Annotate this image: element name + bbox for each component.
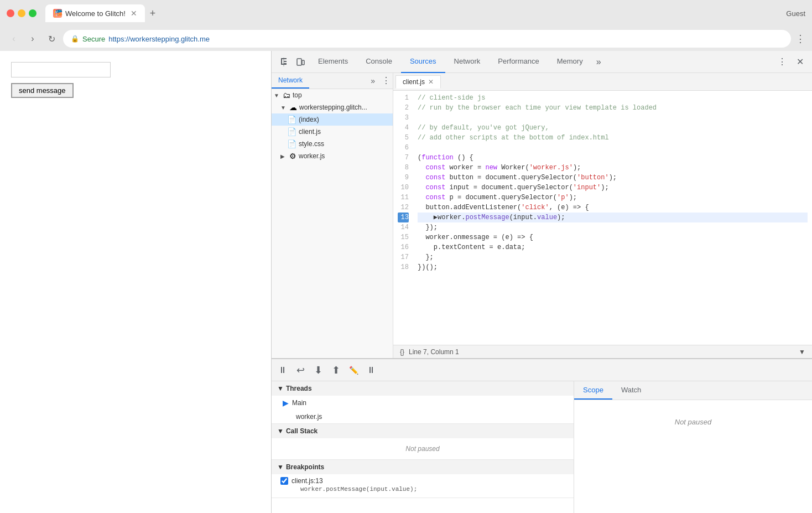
callstack-content: Not paused	[272, 438, 574, 459]
line-number-18: 18	[398, 262, 409, 272]
code-line-14: });	[418, 222, 808, 232]
code-line-13: ▶worker.postMessage(input.value);	[418, 213, 808, 222]
device-toggle-icon[interactable]	[293, 54, 308, 70]
step-over-button[interactable]: ↩	[294, 364, 307, 377]
reload-button[interactable]: ↻	[44, 32, 59, 46]
tab-performance[interactable]: Performance	[489, 51, 548, 73]
devtools-lower: ⏸ ↩ ⬇ ⬆ ✏️ ⏸ ▼ Threads	[272, 358, 812, 513]
tree-label-workerstepping: workerstepping.glitch...	[299, 103, 367, 111]
js-file-icon: 📄	[287, 127, 296, 136]
more-tabs-button[interactable]: »	[592, 57, 606, 67]
breakpoint-code: worker.postMessage(input.value);	[280, 485, 565, 495]
line-number-16: 16	[398, 242, 409, 252]
sidebar-options-button[interactable]: ⋮	[382, 75, 391, 86]
callstack-arrow: ▼	[277, 427, 284, 435]
line-number-1: 1	[398, 93, 409, 103]
sidebar-more-button[interactable]: »	[366, 73, 379, 89]
threads-section-header[interactable]: ▼ Threads	[272, 381, 574, 396]
html-file-icon: 📄	[287, 115, 296, 124]
debug-right-panel: Scope Watch Not paused	[574, 381, 812, 513]
secure-text: Secure	[82, 35, 105, 43]
tree-arrow-workerjs: ▶	[280, 153, 287, 159]
url-text: https://workerstepping.glitch.me	[108, 35, 210, 43]
maximize-button[interactable]	[29, 9, 37, 17]
callstack-label: Call Stack	[286, 427, 317, 435]
editor-tab-clientjs[interactable]: client.js ✕	[395, 75, 441, 89]
minimize-button[interactable]	[18, 9, 25, 17]
code-line-10: const input = document.querySelector('in…	[418, 183, 808, 193]
editor-tab-close-button[interactable]: ✕	[428, 78, 434, 86]
new-tab-button[interactable]: +	[145, 6, 160, 21]
url-bar[interactable]: 🔒 Secure https://workerstepping.glitch.m…	[63, 30, 791, 48]
breakpoint-checkbox[interactable]	[280, 477, 288, 485]
browser-tab[interactable]: 🎏 Welcome to Glitch! ✕	[45, 4, 145, 22]
tab-elements[interactable]: Elements	[309, 51, 357, 73]
breakpoints-section-header[interactable]: ▼ Breakpoints	[272, 460, 574, 474]
devtools-upper: Network » ⋮ ▼ 🗂 top ▼	[272, 73, 812, 358]
tab-sources[interactable]: Sources	[401, 51, 445, 73]
step-out-button[interactable]: ⬆	[329, 364, 342, 377]
user-label: Guest	[786, 9, 805, 18]
tab-console[interactable]: Console	[357, 51, 401, 73]
deactivate-breakpoints-button[interactable]: ✏️	[347, 364, 360, 377]
browser-menu-button[interactable]: ⋮	[795, 33, 805, 45]
tab-close-button[interactable]: ✕	[131, 9, 137, 18]
line-number-3: 3	[398, 113, 409, 123]
code-line-1: // client-side js	[418, 93, 808, 103]
line-number-5: 5	[398, 133, 409, 143]
tree-item-workerjs[interactable]: ▶ ⚙ worker.js	[272, 150, 393, 162]
sidebar-tabs: Network » ⋮	[272, 73, 393, 89]
debug-right-content: Not paused	[574, 400, 812, 433]
pause-button[interactable]: ⏸	[276, 364, 289, 377]
code-lines: // client-side js // run by the browser …	[413, 91, 812, 345]
tree-item-stylecss[interactable]: 📄 style.css	[272, 138, 393, 150]
scope-tab[interactable]: Scope	[574, 381, 612, 400]
breakpoint-header[interactable]: client.js:13	[280, 477, 565, 485]
line-number-6: 6	[398, 143, 409, 153]
breakpoints-content: client.js:13 worker.postMessage(input.va…	[272, 474, 574, 498]
traffic-lights	[7, 9, 37, 17]
back-button[interactable]: ‹	[7, 32, 21, 46]
devtools-actions: ⋮ ✕	[774, 54, 808, 70]
callstack-section-header[interactable]: ▼ Call Stack	[272, 424, 574, 438]
tab-network[interactable]: Network	[445, 51, 490, 73]
inspect-element-icon[interactable]	[276, 54, 292, 70]
pause-on-exceptions-button[interactable]: ⏸	[365, 364, 378, 377]
tree-label-index: (index)	[299, 116, 319, 123]
line-numbers: 1 2 3 4 5 6 7 8 9 10 11 12 13 14	[393, 91, 413, 345]
line-number-9: 9	[398, 173, 409, 183]
main-thread-label: Main	[292, 399, 306, 407]
tree-item-workerstepping[interactable]: ▼ ☁ workerstepping.glitch...	[272, 101, 393, 113]
message-input[interactable]	[11, 62, 111, 77]
breakpoints-section: ▼ Breakpoints client.js:13 worker.postMe…	[272, 460, 574, 498]
settings-icon[interactable]: ⋮	[774, 54, 790, 70]
status-collapse-icon[interactable]: ▼	[799, 348, 805, 356]
browser-chrome: 🎏 Welcome to Glitch! ✕ + Guest ‹ › ↻ 🔒 S…	[0, 0, 812, 51]
address-bar: ‹ › ↻ 🔒 Secure https://workerstepping.gl…	[0, 27, 812, 51]
svg-rect-2	[302, 60, 304, 65]
code-line-9: const button = document.querySelector('b…	[418, 173, 808, 183]
code-line-15: worker.onmessage = (e) => {	[418, 232, 808, 242]
tree-item-index[interactable]: 📄 (index)	[272, 113, 393, 126]
tree-item-clientjs[interactable]: 📄 client.js	[272, 126, 393, 138]
code-line-6	[418, 143, 808, 153]
svg-rect-0	[283, 58, 284, 66]
step-into-button[interactable]: ⬇	[311, 364, 325, 377]
tree-label-workerjs: worker.js	[299, 152, 325, 160]
close-button[interactable]	[7, 9, 14, 17]
thread-main[interactable]: ▶ Main	[272, 396, 574, 410]
breakpoint-label: client.js:13	[292, 477, 323, 485]
tab-memory[interactable]: Memory	[548, 51, 592, 73]
breakpoints-arrow: ▼	[277, 463, 284, 471]
code-editor[interactable]: 1 2 3 4 5 6 7 8 9 10 11 12 13 14	[393, 91, 812, 345]
thread-workerjs[interactable]: worker.js	[272, 410, 574, 423]
send-message-button[interactable]: send message	[11, 83, 74, 98]
forward-button[interactable]: ›	[25, 32, 40, 46]
code-line-3	[418, 113, 808, 123]
close-devtools-icon[interactable]: ✕	[792, 54, 808, 70]
sidebar-tab-network[interactable]: Network	[272, 73, 309, 89]
watch-tab[interactable]: Watch	[612, 381, 650, 400]
css-file-icon: 📄	[287, 139, 296, 148]
code-line-4: // by default, you've got jQuery,	[418, 123, 808, 133]
tree-item-top[interactable]: ▼ 🗂 top	[272, 89, 393, 101]
